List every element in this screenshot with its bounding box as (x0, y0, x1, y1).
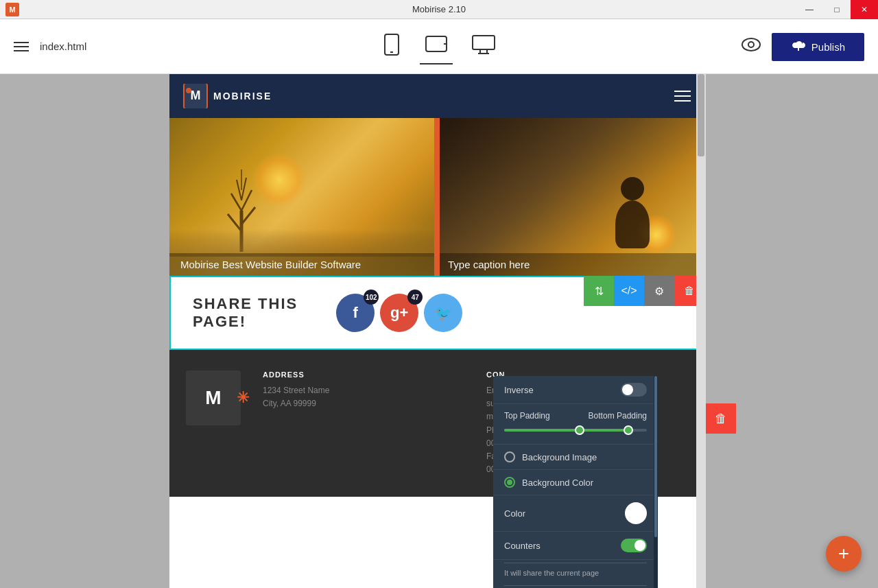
counters-toggle[interactable] (621, 539, 647, 552)
settings-scroll[interactable]: Inverse Top Padding Bottom Padding (493, 376, 658, 588)
hero-right: Type caption here (437, 118, 704, 276)
preview-button[interactable] (741, 38, 761, 56)
nav-menu-icon[interactable] (674, 91, 691, 102)
share-title-line2: PAGE! (193, 313, 298, 331)
background-color-radio[interactable] (504, 477, 515, 488)
device-switcher (377, 28, 501, 65)
color-picker[interactable] (625, 502, 647, 524)
tablet-view-button[interactable] (420, 29, 453, 64)
canvas-area: M MOBIRISE (0, 74, 878, 588)
background-image-label: Background Image (522, 452, 647, 462)
padding-slider[interactable] (504, 429, 647, 432)
svg-point-10 (742, 38, 760, 51)
minimize-button[interactable]: — (796, 0, 823, 19)
menu-icon[interactable] (14, 42, 29, 51)
canvas-scrollbar[interactable] (696, 74, 706, 588)
hero-caption-right: Type caption here (437, 253, 704, 276)
svg-line-22 (241, 178, 246, 200)
twitter-share-button[interactable]: 🐦 (424, 294, 462, 332)
file-name: index.html (40, 40, 86, 52)
inverse-row: Inverse (493, 376, 658, 404)
reorder-block-button[interactable]: ⇅ (584, 276, 614, 306)
top-padding-label: Top Padding (504, 411, 550, 421)
site-logo: M MOBIRISE (183, 84, 272, 108)
share-tip: It will share the current page (493, 566, 658, 583)
panel-scroll-thumb (654, 376, 657, 537)
background-image-row[interactable]: Background Image (493, 445, 658, 470)
hero-caption-left: Mobirise Best Website Builder Software (169, 253, 437, 276)
title-bar: M Mobirise 2.10 — □ ✕ (0, 0, 878, 19)
background-color-row[interactable]: Background Color (493, 470, 658, 495)
padding-labels: Top Padding Bottom Padding (504, 411, 647, 421)
svg-point-11 (748, 42, 754, 47)
share-title: SHARE THIS PAGE! (193, 295, 298, 331)
block-actions: ⇅ </> ⚙ 🗑 (584, 276, 704, 306)
toolbar-right: Publish (741, 19, 878, 74)
color-row: Color (493, 495, 658, 532)
counters-label: Counters (504, 541, 541, 551)
inverse-label: Inverse (504, 385, 534, 395)
top-toolbar: index.html (0, 19, 878, 74)
cloud-icon (791, 40, 806, 54)
add-block-fab[interactable]: + (826, 536, 862, 572)
facebook-count: 102 (364, 290, 379, 305)
app-icon: M (5, 3, 19, 16)
panel-scrollbar[interactable] (654, 376, 658, 588)
toggle-knob (622, 384, 633, 395)
panel-divider (504, 563, 647, 563)
hero-left: Mobirise Best Website Builder Software (169, 118, 437, 276)
address-line2: City, AA 99999 (263, 397, 464, 410)
maximize-button[interactable]: □ (823, 0, 851, 19)
window-title: Mobirise 2.10 (412, 4, 466, 14)
window-controls[interactable]: — □ ✕ (796, 0, 878, 19)
logo-icon: M (183, 84, 208, 108)
side-delete-button[interactable]: 🗑 (706, 403, 736, 434)
mobile-view-button[interactable] (377, 28, 406, 65)
publish-button[interactable]: Publish (772, 33, 864, 61)
share-title-line1: SHARE THIS (193, 295, 298, 313)
close-button[interactable]: ✕ (851, 0, 878, 19)
social-buttons: f 102 g+ 47 🐦 (336, 294, 462, 332)
inverse-toggle[interactable] (621, 383, 647, 397)
bottom-padding-label: Bottom Padding (589, 411, 647, 421)
svg-text:M: M (191, 89, 201, 102)
scroll-thumb[interactable] (698, 74, 704, 156)
slider-thumb-right[interactable] (624, 425, 633, 435)
background-color-label: Background Color (522, 478, 647, 488)
counters-row: Counters (493, 532, 658, 560)
svg-line-21 (237, 180, 241, 200)
svg-rect-4 (426, 36, 447, 51)
svg-point-15 (186, 88, 191, 93)
site-nav: M MOBIRISE (169, 74, 704, 118)
sun-glow-left (252, 152, 307, 207)
settings-panel: Inverse Top Padding Bottom Padding (493, 376, 658, 588)
slider-thumb-left[interactable] (575, 425, 584, 435)
footer-address: ADDRESS 1234 Street Name City, AA 99999 (263, 371, 464, 410)
share-section: SHARE THIS PAGE! f 102 g+ 47 🐦 ⇅ (169, 276, 704, 350)
address-line1: 1234 Street Name (263, 384, 464, 397)
counters-toggle-knob (634, 540, 645, 551)
hero-divider (434, 118, 440, 276)
fab-icon: + (838, 543, 849, 565)
svg-text:M: M (9, 5, 15, 14)
svg-rect-6 (473, 36, 495, 49)
footer-logo: M ✳ (186, 371, 241, 425)
edit-code-button[interactable]: </> (614, 276, 644, 306)
color-label: Color (504, 508, 525, 519)
brand-name: MOBIRISE (213, 91, 272, 102)
hero-section: Mobirise Best Website Builder Software T… (169, 118, 704, 276)
googleplus-count: 47 (407, 290, 423, 305)
background-image-radio[interactable] (504, 451, 515, 462)
padding-row: Top Padding Bottom Padding (493, 404, 658, 445)
address-title: ADDRESS (263, 371, 464, 379)
desktop-view-button[interactable] (466, 30, 501, 64)
googleplus-share-button[interactable]: g+ 47 (380, 294, 418, 332)
facebook-share-button[interactable]: f 102 (336, 294, 375, 332)
panel-divider2 (504, 585, 647, 586)
publish-label: Publish (811, 41, 845, 53)
block-settings-button[interactable]: ⚙ (644, 276, 674, 306)
